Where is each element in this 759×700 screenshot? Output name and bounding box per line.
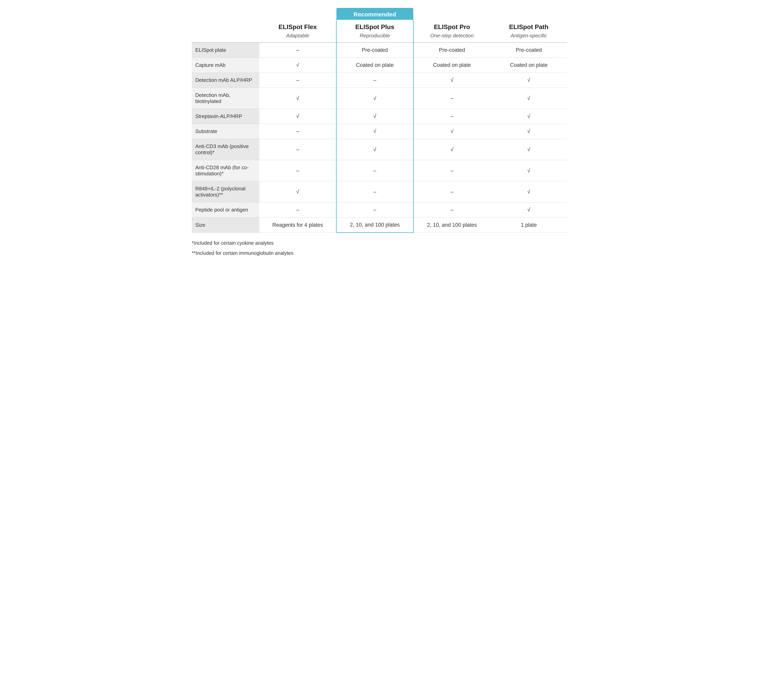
row-pro-cell: √	[413, 139, 490, 160]
recommended-banner-cell: Recommended	[336, 8, 414, 20]
table-row: SizeReagents for 4 plates2, 10, and 100 …	[192, 217, 567, 233]
table-row: Substrate–√√√	[192, 124, 567, 139]
row-pro-cell: –	[413, 88, 490, 109]
header-plus: ELISpot Plus	[336, 20, 414, 32]
row-pro-cell: –	[413, 181, 490, 202]
pro-product-name: ELISpot Pro	[434, 23, 470, 30]
row-plus-cell: 2, 10, and 100 plates	[336, 217, 414, 233]
row-flex-cell: –	[259, 160, 336, 181]
row-plus-cell: –	[336, 202, 414, 217]
footnotes: *Included for certain cyokine analytes**…	[192, 239, 567, 257]
table-row: R848+IL-2 (polyclonal activators)**√––√	[192, 181, 567, 202]
row-flex-cell: √	[259, 109, 336, 124]
table-row: Detection mAb ALP/HRP––√√	[192, 73, 567, 88]
header-flex-empty	[259, 8, 336, 20]
flex-subtitle: Adaptable	[286, 33, 309, 39]
row-path-cell: Pre-coated	[490, 42, 567, 58]
row-plus-cell: Pre-coated	[336, 42, 414, 58]
pro-subtitle: One-step detection	[430, 33, 474, 39]
row-label: ELISpot plate	[192, 42, 259, 58]
row-pro-cell: –	[413, 202, 490, 217]
row-label: Detection mAb ALP/HRP	[192, 73, 259, 88]
path-product-name: ELISpot Path	[509, 23, 548, 30]
row-plus-cell: √	[336, 109, 414, 124]
row-flex-cell: –	[259, 139, 336, 160]
row-label: Streptavin-ALP/HRP	[192, 109, 259, 124]
table-row: Anti-CD28 mAb (for co-stimulation)*–––√	[192, 160, 567, 181]
subtitle-label-col	[192, 32, 259, 42]
row-path-cell: √	[490, 109, 567, 124]
row-flex-cell: –	[259, 42, 336, 58]
footnote: **Included for certain immunoglobulin an…	[192, 249, 567, 257]
row-flex-cell: Reagents for 4 plates	[259, 217, 336, 233]
subtitle-row: Adaptable Reproducible One-step detectio…	[192, 32, 567, 42]
row-path-cell: √	[490, 181, 567, 202]
table-row: Anti-CD3 mAb (positive control)*–√√√	[192, 139, 567, 160]
recommended-banner: Recommended	[336, 8, 414, 20]
row-label: R848+IL-2 (polyclonal activators)**	[192, 181, 259, 202]
row-pro-cell: √	[413, 124, 490, 139]
row-label: Anti-CD3 mAb (positive control)*	[192, 139, 259, 160]
flex-product-name: ELISpot Flex	[278, 23, 317, 30]
row-flex-cell: √	[259, 88, 336, 109]
row-flex-cell: √	[259, 58, 336, 73]
row-path-cell: √	[490, 88, 567, 109]
row-path-cell: √	[490, 73, 567, 88]
row-plus-cell: √	[336, 124, 414, 139]
header-label-empty	[192, 8, 259, 20]
row-label: Detection mAb, biotinylated	[192, 88, 259, 109]
recommended-banner-row: Recommended	[192, 8, 567, 20]
plus-product-name: ELISpot Plus	[355, 23, 394, 30]
row-label: Capture mAb	[192, 58, 259, 73]
plus-subtitle: Reproducible	[360, 33, 390, 39]
header-flex: ELISpot Flex	[259, 20, 336, 32]
comparison-table-wrapper: Recommended ELISpot Flex ELISpot Plus EL…	[192, 8, 567, 257]
row-pro-cell: –	[413, 109, 490, 124]
row-plus-cell: –	[336, 73, 414, 88]
subtitle-path: Antigen-specific	[490, 32, 567, 42]
row-label: Peptide pool or antigen	[192, 202, 259, 217]
header-pro-empty	[413, 8, 490, 20]
path-subtitle: Antigen-specific	[511, 33, 547, 39]
table-row: Peptide pool or antigen–––√	[192, 202, 567, 217]
row-path-cell: √	[490, 139, 567, 160]
header-pro: ELISpot Pro	[413, 20, 490, 32]
product-name-row: ELISpot Flex ELISpot Plus ELISpot Pro EL…	[192, 20, 567, 32]
subtitle-pro: One-step detection	[413, 32, 490, 42]
header-path-empty	[490, 8, 567, 20]
row-pro-cell: –	[413, 160, 490, 181]
table-row: ELISpot plate–Pre-coatedPre-coatedPre-co…	[192, 42, 567, 58]
table-row: Streptavin-ALP/HRP√√–√	[192, 109, 567, 124]
row-pro-cell: Coated on plate	[413, 58, 490, 73]
row-flex-cell: –	[259, 73, 336, 88]
row-path-cell: Coated on plate	[490, 58, 567, 73]
row-pro-cell: 2, 10, and 100 plates	[413, 217, 490, 233]
comparison-table: Recommended ELISpot Flex ELISpot Plus EL…	[192, 8, 567, 233]
row-label: Anti-CD28 mAb (for co-stimulation)*	[192, 160, 259, 181]
row-plus-cell: Coated on plate	[336, 58, 414, 73]
row-pro-cell: √	[413, 73, 490, 88]
row-path-cell: 1 plate	[490, 217, 567, 233]
row-plus-cell: –	[336, 181, 414, 202]
row-pro-cell: Pre-coated	[413, 42, 490, 58]
row-path-cell: √	[490, 202, 567, 217]
subtitle-plus: Reproducible	[336, 32, 414, 42]
table-row: Capture mAb√Coated on plateCoated on pla…	[192, 58, 567, 73]
row-plus-cell: √	[336, 88, 414, 109]
header-label-col	[192, 20, 259, 32]
header-path: ELISpot Path	[490, 20, 567, 32]
row-flex-cell: –	[259, 124, 336, 139]
table-body: ELISpot plate–Pre-coatedPre-coatedPre-co…	[192, 42, 567, 233]
row-path-cell: √	[490, 124, 567, 139]
row-flex-cell: –	[259, 202, 336, 217]
row-flex-cell: √	[259, 181, 336, 202]
footnote: *Included for certain cyokine analytes	[192, 239, 567, 247]
row-plus-cell: √	[336, 139, 414, 160]
row-plus-cell: –	[336, 160, 414, 181]
row-label: Size	[192, 217, 259, 233]
subtitle-flex: Adaptable	[259, 32, 336, 42]
row-path-cell: √	[490, 160, 567, 181]
table-row: Detection mAb, biotinylated√√–√	[192, 88, 567, 109]
row-label: Substrate	[192, 124, 259, 139]
